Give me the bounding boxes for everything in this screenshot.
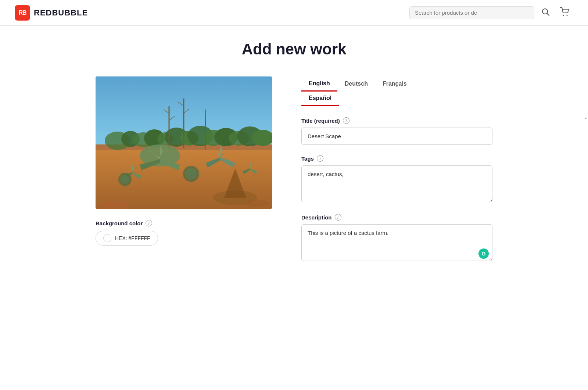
logo-text: REDBUBBLE	[34, 8, 88, 18]
search-button[interactable]	[537, 5, 553, 21]
artwork-preview	[96, 76, 272, 209]
tab-english[interactable]: English	[301, 76, 337, 92]
description-textarea[interactable]: This is a picture of a cactus farm.	[301, 224, 492, 261]
description-label: Description i	[301, 214, 492, 221]
svg-point-3	[567, 15, 568, 16]
logo-icon: RB	[15, 5, 30, 21]
svg-point-51	[244, 200, 270, 207]
color-picker-button[interactable]: HEX: #FFFFFF	[96, 231, 158, 246]
svg-point-2	[563, 15, 564, 16]
main-content: Add new work	[74, 26, 514, 287]
search-input[interactable]	[415, 10, 529, 16]
title-info-icon[interactable]: i	[343, 117, 349, 124]
search-bar[interactable]	[409, 6, 534, 19]
right-column: English Deutsch Français Español Title (…	[301, 76, 492, 273]
header-right	[409, 5, 573, 21]
tab-deutsch[interactable]: Deutsch	[337, 77, 375, 92]
description-textarea-wrapper: This is a picture of a cactus farm. G	[301, 224, 492, 262]
site-header: RB REDBUBBLE	[0, 0, 588, 26]
tags-info-icon[interactable]: i	[317, 155, 323, 162]
search-icon	[541, 7, 550, 16]
tags-label-text: Tags	[301, 155, 314, 162]
title-label-text: Title (required)	[301, 118, 340, 124]
background-color-info-icon[interactable]: i	[146, 220, 152, 226]
background-color-section: Background color i HEX: #FFFFFF	[96, 220, 272, 246]
color-swatch	[103, 234, 111, 242]
title-field-group: Title (required) i	[301, 117, 492, 145]
page-title: Add new work	[96, 40, 492, 58]
title-input[interactable]	[301, 128, 492, 145]
svg-point-47	[121, 175, 129, 184]
description-label-text: Description	[301, 214, 332, 221]
tags-label: Tags i	[301, 155, 492, 162]
logo-area: RB REDBUBBLE	[15, 5, 88, 21]
tags-textarea[interactable]: desert, cactus,	[301, 165, 492, 202]
description-info-icon[interactable]: i	[335, 214, 341, 221]
svg-point-45	[186, 168, 197, 179]
tab-espanol[interactable]: Español	[301, 91, 339, 106]
grammarly-button[interactable]: G	[478, 248, 489, 259]
artwork-image	[96, 76, 272, 209]
svg-line-1	[547, 13, 549, 15]
scrollbar-indicator	[585, 118, 587, 119]
grammarly-icon: G	[482, 251, 486, 257]
title-label: Title (required) i	[301, 117, 492, 124]
description-field-group: Description i This is a picture of a cac…	[301, 214, 492, 262]
background-color-text: Background color	[96, 220, 143, 226]
background-color-label: Background color i	[96, 220, 272, 226]
hex-value-label: HEX: #FFFFFF	[115, 235, 150, 241]
cart-icon	[560, 7, 570, 17]
left-column: Background color i HEX: #FFFFFF	[96, 76, 272, 246]
tab-francais[interactable]: Français	[375, 77, 414, 92]
cart-button[interactable]	[556, 5, 573, 21]
logo-initials: RB	[18, 10, 26, 16]
language-tabs: English Deutsch Français Español	[301, 76, 492, 106]
tags-field-group: Tags i desert, cactus,	[301, 155, 492, 204]
form-layout: Background color i HEX: #FFFFFF English …	[96, 76, 492, 273]
